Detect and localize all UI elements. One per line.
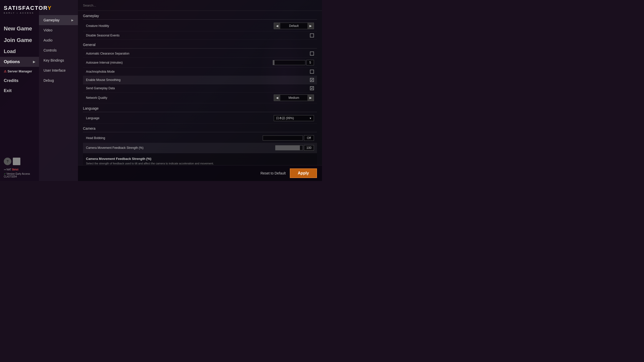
logo-highlight: Y (48, 5, 52, 11)
setting-label-auto-clearance: Automatic Clearance Separation (86, 52, 129, 55)
autosave-slider[interactable] (273, 60, 305, 65)
setting-row-creature-hostility: Creature Hostility ◀ Default ▶ (83, 21, 317, 31)
arrow-selector-creature-hostility[interactable]: ◀ Default ▶ (274, 23, 314, 29)
network-quality-control: ◀ Medium ▶ (274, 95, 314, 101)
checkbox-disable-seasonal[interactable] (310, 33, 314, 37)
head-bobbing-control: Off (263, 135, 314, 141)
sidebar-item-join-game[interactable]: Join Game (0, 34, 39, 46)
setting-label-camera-feedback: Camera Movement Feedback Strength (%) (86, 146, 144, 150)
section-language: Language (83, 103, 317, 112)
description-box: Camera Movement Feedback Strength (%) Se… (83, 154, 317, 165)
creature-hostility-value: Default (280, 24, 307, 28)
user-info: ? (0, 156, 39, 167)
main-content: Gameplay Creature Hostility ◀ Default ▶ … (78, 0, 322, 181)
setting-row-autosave: Autosave Interval (minutes) 5 (83, 58, 317, 68)
bottom-bar: Reset to Default Apply (78, 165, 322, 181)
sidebar-item-new-game[interactable]: New Game (0, 23, 39, 34)
disable-seasonal-control (310, 33, 314, 37)
network-arrow-right-btn[interactable]: ▶ (307, 95, 314, 101)
network-arrow-left-btn[interactable]: ◀ (274, 95, 280, 101)
warning-icon: ⚠ (4, 70, 7, 73)
camera-feedback-control: 100 (275, 145, 314, 151)
logo-area: SATISFACTORY EARLY • ACCESS (0, 0, 39, 18)
setting-row-camera-feedback: Camera Movement Feedback Strength (%) 10… (83, 143, 317, 153)
setting-row-network-quality: Network Quality ◀ Medium ▶ (83, 93, 317, 103)
description-text: Select the strength of feedback used to … (86, 162, 314, 165)
version-info: ✓ Version Early Access CL#273254 (0, 172, 39, 178)
setting-label-creature-hostility: Creature Hostility (86, 24, 109, 28)
autosave-value: 5 (306, 60, 314, 65)
autosave-control: 5 (273, 60, 314, 65)
search-input[interactable] (83, 4, 317, 7)
arrow-right-btn[interactable]: ▶ (307, 23, 314, 29)
logo: SATISFACTORY (4, 5, 35, 11)
submenu-item-gameplay[interactable]: Gameplay ▶ (39, 15, 78, 25)
options-submenu: Gameplay ▶ Video Audio Controls Key Bind… (39, 0, 78, 181)
search-bar (78, 0, 322, 11)
submenu-item-user-interface[interactable]: User Interface (39, 65, 78, 75)
sidebar-item-load[interactable]: Load (0, 46, 39, 57)
head-bobbing-value: Off (304, 135, 314, 141)
camera-feedback-value: 100 (304, 145, 314, 151)
autosave-slider-fill (273, 60, 274, 65)
arrow-left-btn[interactable]: ◀ (274, 23, 280, 29)
mouse-smoothing-control (310, 78, 314, 82)
language-control: 日本語 (99%) ▼ (274, 115, 314, 121)
chevron-down-icon: ▼ (309, 117, 312, 120)
setting-label-send-gameplay-data: Send Gameplay Data (86, 86, 115, 90)
sidebar-item-exit[interactable]: Exit (0, 86, 39, 96)
logo-subtitle: EARLY • ACCESS (4, 12, 35, 14)
head-bobbing-slider[interactable] (263, 135, 303, 141)
setting-row-mouse-smoothing: Enable Mouse Smoothing (83, 76, 317, 84)
setting-label-mouse-smoothing: Enable Mouse Smoothing (86, 78, 120, 82)
arachnophobia-control (310, 70, 314, 74)
setting-row-arachnophobia: Arachnophobia Mode (83, 68, 317, 76)
sidebar-item-server-manager[interactable]: ⚠ Server Manager (0, 67, 39, 76)
section-camera: Camera (83, 123, 317, 132)
language-dropdown[interactable]: 日本語 (99%) ▼ (274, 115, 314, 121)
submenu-item-audio[interactable]: Audio (39, 35, 78, 45)
camera-feedback-slider[interactable] (275, 145, 303, 150)
sidebar: SATISFACTORY EARLY • ACCESS New Game Joi… (0, 0, 39, 181)
checkbox-arachnophobia[interactable] (310, 70, 314, 74)
apply-button[interactable]: Apply (290, 168, 317, 178)
sidebar-item-options[interactable]: Options ▶ (0, 57, 39, 67)
creature-hostility-control: ◀ Default ▶ (274, 23, 314, 29)
nav-items: New Game Join Game Load Options ▶ ⚠ Serv… (0, 18, 39, 153)
setting-row-auto-clearance: Automatic Clearance Separation (83, 50, 317, 58)
chevron-right-icon: ▶ (71, 19, 73, 22)
auto-clearance-control (310, 52, 314, 56)
language-value: 日本語 (99%) (276, 116, 294, 120)
sidebar-item-credits[interactable]: Credits (0, 76, 39, 86)
section-general: General (83, 40, 317, 49)
reset-to-default-button[interactable]: Reset to Default (260, 171, 286, 175)
settings-area: Gameplay Creature Hostility ◀ Default ▶ … (78, 11, 322, 165)
setting-label-disable-seasonal: Disable Seasonal Events (86, 34, 119, 37)
chevron-right-icon: ▶ (33, 60, 35, 64)
checkbox-auto-clearance[interactable] (310, 52, 314, 56)
submenu-item-controls[interactable]: Controls (39, 45, 78, 55)
setting-label-arachnophobia: Arachnophobia Mode (86, 70, 115, 73)
setting-row-language: Language 日本語 (99%) ▼ (83, 113, 317, 123)
setting-row-head-bobbing: Head Bobbing Off (83, 133, 317, 143)
camera-feedback-fill (275, 146, 300, 150)
network-quality-value: Medium (280, 96, 307, 100)
setting-label-language: Language (86, 116, 99, 120)
steam-icon: ? (4, 158, 11, 165)
submenu-item-key-bindings[interactable]: Key Bindings (39, 55, 78, 65)
sidebar-bottom: ? ⇒ NAT Strict ✓ Version Early Access CL… (0, 153, 39, 181)
arrow-selector-network-quality[interactable]: ◀ Medium ▶ (274, 95, 314, 101)
section-gameplay: Gameplay (83, 11, 317, 20)
avatar (13, 158, 20, 165)
checkbox-mouse-smoothing[interactable] (310, 78, 314, 82)
description-title: Camera Movement Feedback Strength (%) (86, 157, 314, 161)
setting-label-autosave: Autosave Interval (minutes) (86, 61, 123, 64)
setting-label-network-quality: Network Quality (86, 96, 107, 100)
setting-row-disable-seasonal: Disable Seasonal Events (83, 31, 317, 40)
checkbox-send-gameplay-data[interactable] (310, 86, 314, 90)
submenu-item-video[interactable]: Video (39, 25, 78, 35)
send-gameplay-data-control (310, 86, 314, 90)
nat-info: ⇒ NAT Strict (0, 167, 39, 172)
submenu-item-debug[interactable]: Debug (39, 75, 78, 85)
setting-row-send-gameplay-data: Send Gameplay Data (83, 84, 317, 93)
